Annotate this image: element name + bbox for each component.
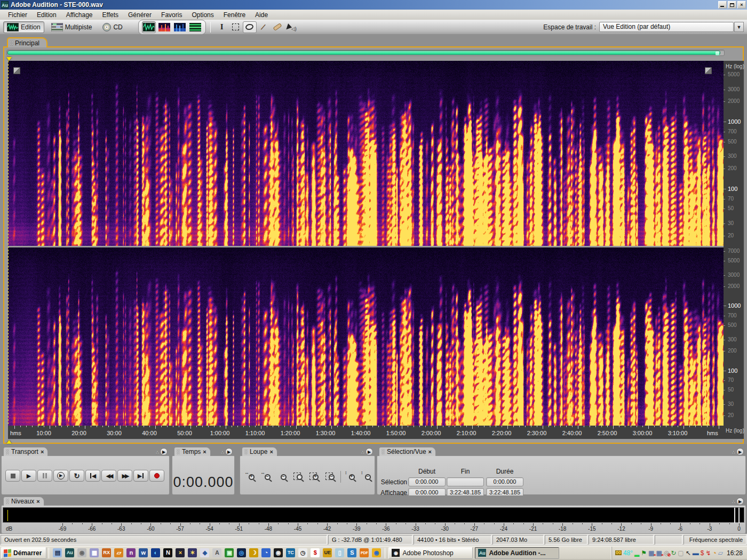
start-button[interactable]: Démarrer bbox=[1, 547, 46, 559]
spot-healing-tool-button[interactable] bbox=[271, 21, 284, 33]
niveaux-panel-tab[interactable]: Niveaux × bbox=[3, 497, 44, 506]
tray-cursor-icon[interactable]: ↖ bbox=[686, 550, 691, 556]
sélection-durée-field[interactable]: 0:00.000 bbox=[486, 477, 523, 486]
playhead-marker-top[interactable] bbox=[6, 57, 12, 61]
sélection-fin-field[interactable] bbox=[447, 477, 484, 486]
multipiste-mode-button[interactable]: Multipiste bbox=[47, 21, 96, 33]
marker-strip-bottom[interactable] bbox=[4, 439, 743, 444]
sbp-icon[interactable]: $ bbox=[311, 548, 320, 557]
ue-icon[interactable]: UE bbox=[323, 548, 332, 557]
n-black-icon[interactable]: N bbox=[163, 548, 172, 557]
tray-network-x-icon[interactable]: ▦× bbox=[648, 550, 654, 556]
zoom-to-selection-button[interactable] bbox=[292, 471, 306, 483]
folder-orange-icon[interactable]: ▱ bbox=[114, 548, 123, 557]
onenote-icon[interactable]: n bbox=[126, 548, 136, 557]
sélection-début-field[interactable]: 0:00.000 bbox=[408, 477, 446, 486]
workspace-select[interactable]: Vue Edition (par défaut) bbox=[599, 22, 734, 32]
media-player-icon[interactable]: ◉ bbox=[77, 548, 86, 557]
channel-divider[interactable] bbox=[8, 246, 724, 247]
loupe-panel-menu-button[interactable]: ▶ bbox=[365, 448, 373, 455]
close-button[interactable]: × bbox=[737, 1, 746, 9]
word-icon[interactable]: w bbox=[139, 548, 148, 557]
play-circled-button[interactable]: ▶ bbox=[53, 470, 68, 482]
zoom-in-selection-right-button[interactable]: − bbox=[324, 471, 338, 483]
spectrogram-right-channel[interactable] bbox=[8, 247, 724, 426]
tray-flag-icon[interactable]: ⚑ bbox=[641, 550, 647, 556]
niveaux-close-icon[interactable]: × bbox=[36, 499, 39, 504]
wand-icon[interactable]: × bbox=[176, 548, 185, 557]
spectrogram-left-channel[interactable] bbox=[8, 61, 724, 246]
edition-mode-button[interactable]: Edition bbox=[3, 21, 44, 33]
paintbrush-tool-button[interactable]: ∕ bbox=[257, 21, 271, 33]
horizontal-scrollbar-thumb[interactable] bbox=[7, 51, 720, 55]
menu-item-générer[interactable]: Générer bbox=[123, 11, 156, 19]
ball-icon[interactable]: ◔ bbox=[261, 548, 271, 557]
audition-icon[interactable]: Au bbox=[65, 548, 74, 557]
level-meter[interactable] bbox=[3, 507, 744, 523]
selection-vue-panel-menu-button[interactable]: ▶ bbox=[736, 448, 744, 455]
star-icon[interactable]: ✶ bbox=[188, 548, 197, 557]
transport-panel-tab[interactable]: Transport × bbox=[3, 447, 48, 456]
minimize-button[interactable] bbox=[718, 1, 727, 9]
tray-display-icon[interactable]: ▬ bbox=[693, 550, 699, 556]
display-corner-toggle-right[interactable] bbox=[705, 67, 712, 74]
task-button-audition[interactable]: AuAdobe Audition -... bbox=[475, 547, 559, 559]
tray-folder-icon[interactable]: ▱ bbox=[718, 550, 723, 556]
title-bar[interactable]: Au Adobe Audition - STE-000.wav × bbox=[0, 0, 747, 10]
transport-panel-menu-button[interactable]: ▶ bbox=[160, 448, 168, 455]
globe-icon[interactable]: ◎ bbox=[237, 548, 246, 557]
menu-item-options[interactable]: Options bbox=[187, 11, 218, 19]
zoom-in-horizontal-button[interactable]: +↔ bbox=[244, 471, 258, 483]
a-circle-icon[interactable]: A bbox=[212, 548, 221, 557]
play-button[interactable]: ▶ bbox=[21, 470, 36, 482]
tray-network2-x-icon[interactable]: ▦× bbox=[656, 550, 662, 556]
marquee-selection-tool-button[interactable] bbox=[229, 21, 243, 33]
media-center-icon[interactable]: ◉ bbox=[372, 548, 381, 557]
spectral-view-button[interactable] bbox=[157, 21, 171, 33]
temps-close-icon[interactable]: × bbox=[203, 449, 206, 454]
photoshop-eye-icon[interactable]: ◉ bbox=[274, 548, 283, 557]
timer-icon[interactable]: ◷ bbox=[298, 548, 307, 557]
tray-scanner-icon[interactable]: ▢ bbox=[678, 550, 684, 556]
transport-close-icon[interactable]: × bbox=[41, 449, 44, 454]
scrub-tool-button[interactable]: ◁) bbox=[284, 21, 298, 33]
horizontal-scrollbar[interactable] bbox=[6, 50, 725, 56]
rewind-button[interactable]: ◀◀ bbox=[101, 470, 116, 482]
diamond-doc-icon[interactable]: ◆ bbox=[200, 548, 209, 557]
zoom-out-vertical-button[interactable]: −↕ bbox=[361, 471, 375, 483]
moon-icon[interactable]: ☽ bbox=[249, 548, 258, 557]
menu-item-edition[interactable]: Edition bbox=[32, 11, 61, 19]
go-to-start-button[interactable]: ◀ bbox=[85, 470, 100, 482]
restore-button[interactable] bbox=[728, 1, 736, 9]
task-button-photoshop[interactable]: ◉Adobe Photoshop bbox=[388, 547, 473, 559]
menu-item-fichier[interactable]: Fichier bbox=[3, 11, 32, 19]
pc-icon[interactable]: ▯ bbox=[335, 548, 344, 557]
workspace-dropdown-arrow[interactable]: ▼ bbox=[734, 22, 744, 32]
menu-item-favoris[interactable]: Favoris bbox=[156, 11, 187, 19]
lasso-selection-tool-button[interactable] bbox=[243, 21, 257, 33]
zoom-in-vertical-button[interactable]: +↕ bbox=[345, 471, 359, 483]
temps-panel-tab[interactable]: Temps × bbox=[174, 447, 211, 456]
playhead-marker-bottom[interactable] bbox=[6, 440, 12, 444]
marker-strip-top[interactable] bbox=[4, 57, 743, 61]
tray-dash-icon[interactable]: ▂ bbox=[634, 550, 639, 556]
tray-meter-icon[interactable]: 00 bbox=[615, 550, 622, 555]
spectral-pan-view-button[interactable] bbox=[173, 21, 187, 33]
time-selection-tool-button[interactable]: I bbox=[215, 21, 229, 33]
rx-icon[interactable]: RX bbox=[102, 548, 111, 557]
loupe-panel-tab[interactable]: Loupe × bbox=[242, 447, 277, 456]
green-app-icon[interactable]: ▣ bbox=[225, 548, 234, 557]
tray-blocked-icon[interactable]: ◎⊘ bbox=[664, 550, 669, 556]
waveform-view-button[interactable] bbox=[142, 21, 156, 33]
zoom-out-full-button[interactable]: − bbox=[276, 471, 290, 483]
tray-power-icon[interactable]: ↯ bbox=[705, 550, 711, 556]
planet-icon[interactable]: ◐ bbox=[151, 548, 160, 557]
calculator-icon[interactable]: ▦ bbox=[90, 548, 99, 557]
pause-button[interactable] bbox=[37, 470, 52, 482]
menu-item-aide[interactable]: Aide bbox=[250, 11, 273, 19]
frequency-ruler[interactable]: Hz (log) Hz (log) 5000300020001000700500… bbox=[724, 61, 744, 439]
go-to-end-button[interactable]: ▶ bbox=[133, 470, 148, 482]
loupe-close-icon[interactable]: × bbox=[269, 449, 273, 454]
tray-temperature[interactable]: 48° bbox=[623, 550, 633, 556]
temps-panel-menu-button[interactable]: ▶ bbox=[225, 448, 233, 455]
